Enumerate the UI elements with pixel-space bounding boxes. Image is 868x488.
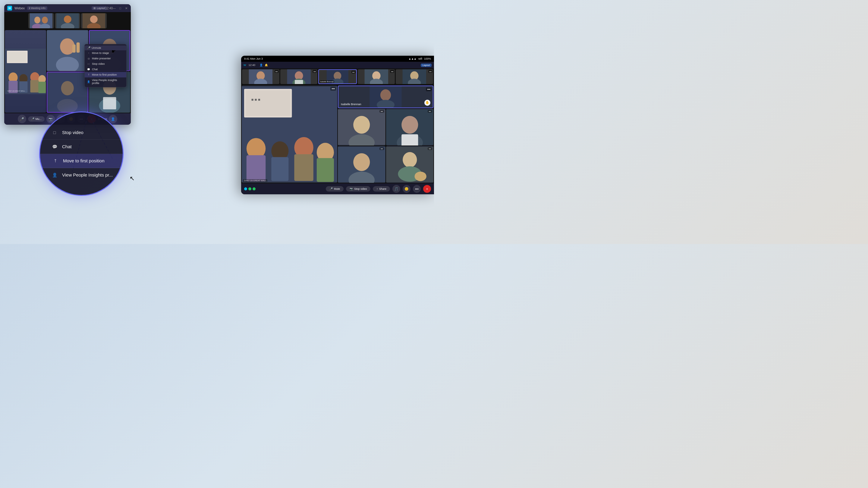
thumbnail-2[interactable] [55,13,81,28]
context-menu-header: 🎤 Unmute [85,45,126,50]
tablet-thumb-active[interactable]: Isabelle Brennan ••• [318,69,357,84]
svg-rect-13 [8,52,27,62]
ctx-chat[interactable]: 💬 Chat [85,67,126,72]
small-cell-1-more[interactable]: ••• [379,110,384,113]
svg-point-9 [90,16,98,23]
mute-btn[interactable]: 🎤 Mute [326,186,344,192]
status-dot-1 [244,187,247,190]
circle-stop-video[interactable]: □ Stop video [39,126,124,140]
svg-point-82 [403,152,417,167]
battery-icon: 100% [424,57,431,60]
circle-move-first[interactable]: ⤒ Move to first position [39,154,124,168]
maximize-button[interactable]: □ [118,6,122,10]
stop-video-btn[interactable]: 📷 Stop video [346,186,371,192]
small-cell-3-more[interactable]: ••• [379,147,384,150]
room-label: SHN7-16-GREAT WALL [243,179,267,182]
titlebar-time: 12:40 [105,7,113,10]
svg-rect-65 [294,154,313,181]
emoji-btn[interactable]: 😊 [403,185,410,193]
svg-rect-19 [30,80,39,93]
circular-context-menu: □ Stop video 💬 Chat ⤒ Move to first posi… [36,108,127,199]
layout-button[interactable]: ⊞ Layout [92,6,107,10]
chat-icon: 💬 [87,68,90,71]
active-participant-label: Isabelle Brennan [341,103,361,106]
small-cell-2-more[interactable]: ••• [428,110,432,113]
tablet-main-cell[interactable]: ■ ■ ■ SHN7-16-GREAT WALL ••• [242,86,337,183]
bluetooth-btn[interactable]: 🎵 [393,185,400,193]
svg-rect-46 [295,80,303,84]
circle-chat[interactable]: 💬 Chat [39,140,124,154]
move-first-icon: ⤒ [87,73,90,76]
thumb-menu-1[interactable]: ••• [275,70,279,73]
svg-point-72 [353,116,370,133]
video-cell-menu-source[interactable] [47,72,88,113]
isabelle-cell-more[interactable]: ••• [426,87,432,91]
meeting-info-button[interactable]: ℹ Meeting info [27,6,47,10]
end-call-tablet-btn[interactable]: × [423,185,431,193]
tablet-icons: 👤 🔔 [259,64,268,67]
tablet-thumb-5[interactable]: ••• [396,69,433,84]
svg-rect-26 [76,42,80,53]
thumb-menu-5[interactable]: ••• [428,70,433,73]
video-cell-2[interactable] [47,30,88,71]
mic-button[interactable]: 🎤 [18,115,26,123]
hand-raise-icon: ✋ [424,100,430,106]
move-stage-icon: ↑ [87,52,90,55]
svg-point-69 [380,90,391,101]
signal-icon: ▲▲▲ [408,57,416,60]
tablet-isabelle-cell[interactable]: Isabelle Brennan ✋ ••• [338,86,433,108]
tablet-small-cell-2[interactable]: ••• [386,109,434,145]
tablet-thumb-1[interactable]: ••• [242,69,279,84]
window-controls: — □ ✕ [112,6,128,10]
thumb-menu-2[interactable]: ••• [313,70,317,73]
ctx-move-to-stage[interactable]: ↑ Move to stage [85,50,126,56]
svg-rect-67 [317,158,334,182]
circle-people-insights[interactable]: 👤 View People Insights pr... [39,168,124,182]
tablet-small-cell-1[interactable]: ••• [338,109,385,145]
tablet-thumb-4[interactable]: ••• [358,69,395,84]
ctx-people-insights[interactable]: 👤 View People Insights profile [85,77,126,86]
more-options-btn[interactable]: ••• [413,185,421,193]
ctx-stop-video[interactable]: □ Stop video [85,61,126,67]
svg-text:SHN7-16-GREAT WALL: SHN7-16-GREAT WALL [7,90,25,92]
ctx-move-first[interactable]: ⤒ Move to first position [85,72,126,77]
thumbnail-3[interactable] [81,13,107,28]
svg-point-32 [61,81,74,96]
minimize-button[interactable]: — [112,6,116,10]
tablet-layout-button[interactable]: Layout [421,64,432,67]
webex-logo: W [7,6,12,10]
tablet-time: 12:40 [249,64,255,67]
svg-rect-27 [72,44,76,53]
svg-rect-77 [401,134,418,145]
small-cell-4-more[interactable]: ••• [428,147,432,150]
circle-chat-icon: 💬 [51,143,58,150]
main-cell-more[interactable]: ••• [330,87,336,91]
circle-move-first-icon: ⤒ [52,158,59,164]
thumb-name-active: Isabelle Brennan [319,80,334,83]
tablet-thumb-2[interactable]: ••• [280,69,318,84]
titlebar: W Webex ℹ Meeting info ⊞ Layout 12:40 — … [4,4,131,12]
thumb-menu-4[interactable]: ••• [390,70,394,73]
tablet-main-grid: ■ ■ ■ SHN7-16-GREAT WALL ••• Isabelle [241,85,434,184]
svg-rect-37 [103,97,116,109]
svg-point-84 [414,172,426,181]
stop-video-icon: □ [87,62,90,65]
share-btn[interactable]: ↑ Share [373,186,390,192]
ctx-make-presenter[interactable]: ◎ Make presenter [85,56,126,61]
svg-point-6 [64,16,71,23]
top-thumbnails [4,12,131,30]
status-dot-3 [253,187,255,190]
svg-point-79 [353,153,370,171]
tablet-small-cell-4[interactable]: ••• [386,146,434,183]
tablet-small-cell-3[interactable]: ••• [338,146,385,183]
svg-text:■ ■ ■: ■ ■ ■ [251,98,260,102]
tablet-status-right: ▲▲▲ wifi 100% [408,57,431,60]
thumb-menu-active[interactable]: ••• [351,70,355,73]
presenter-icon: ◎ [87,57,90,60]
thumbnail-1[interactable] [28,13,54,28]
main-video-cell[interactable]: SHN7-16-GREAT WALL [5,30,46,113]
tablet-status-time: 9:41 Mon Jun 3 [244,57,263,60]
webex-title: Webex [14,6,25,10]
svg-rect-21 [38,82,46,93]
close-button[interactable]: ✕ [124,6,128,10]
